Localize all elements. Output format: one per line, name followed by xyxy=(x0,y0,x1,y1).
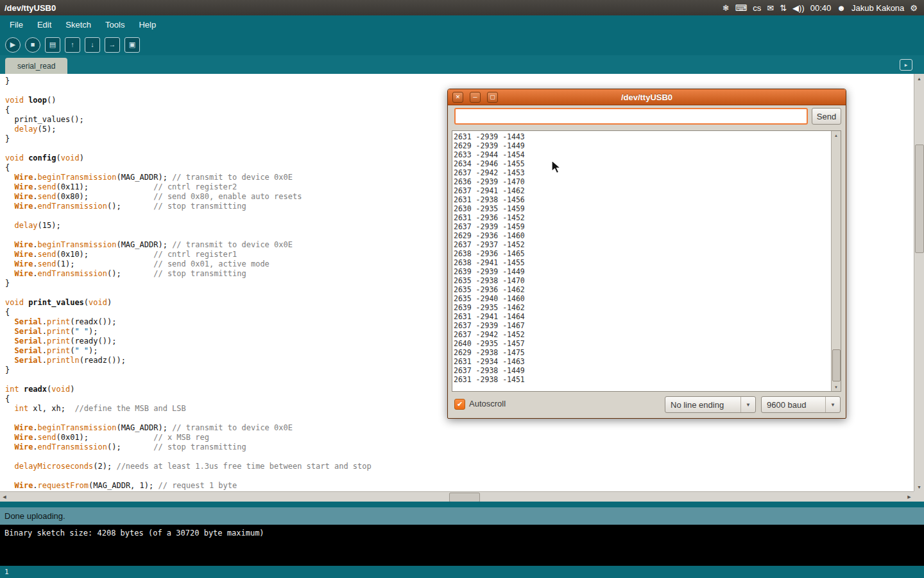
serial-line: 2637 -2937 -1452 xyxy=(454,240,830,249)
verify-button[interactable]: ▶ xyxy=(5,37,21,53)
serial-line: 2637 -2938 -1449 xyxy=(454,366,830,375)
code-line: Wire.endTransmission(); // stop transmit… xyxy=(5,442,914,452)
stop-button[interactable]: ■ xyxy=(25,37,40,53)
upload-button[interactable]: → xyxy=(105,37,120,53)
serial-line: 2631 -2938 -1456 xyxy=(454,195,830,204)
close-icon: ✕ xyxy=(456,94,461,100)
user-icon[interactable]: ☻ xyxy=(837,4,846,12)
serial-window-title: /dev/ttyUSB0 xyxy=(448,92,846,102)
console-text: Binary sketch size: 4208 bytes (of a 307… xyxy=(4,529,264,538)
code-line: Wire.requestFrom(MAG_ADDR, 1); // reques… xyxy=(5,481,914,491)
minimize-button[interactable]: ─ xyxy=(470,92,481,103)
snowflake-indicator-icon[interactable]: ❄ xyxy=(723,4,730,12)
keyboard-layout-label[interactable]: cs xyxy=(753,3,761,13)
menu-tools[interactable]: Tools xyxy=(98,15,132,34)
stop-icon: ■ xyxy=(31,41,35,48)
close-button[interactable]: ✕ xyxy=(452,92,463,103)
line-ending-select[interactable]: No line ending ▼ xyxy=(665,396,756,413)
baud-rate-value: 9600 baud xyxy=(762,397,825,412)
save-down-arrow-icon: ↓ xyxy=(90,41,94,48)
panel-window-title: /dev/ttyUSB0 xyxy=(4,3,56,13)
serial-line: 2631 -2939 -1443 xyxy=(454,132,830,141)
keyboard-layout-icon[interactable]: ⌨ xyxy=(735,4,747,12)
new-sketch-button[interactable]: ▤ xyxy=(45,37,60,53)
serial-output-area[interactable]: 2631 -2939 -14432629 -2939 -14492633 -29… xyxy=(452,130,841,392)
autoscroll-checkbox[interactable]: ✔ xyxy=(454,399,465,410)
serial-line: 2639 -2935 -1462 xyxy=(454,303,830,312)
serial-line: 2638 -2941 -1455 xyxy=(454,258,830,267)
minimize-icon: ─ xyxy=(473,94,477,100)
serial-line: 2635 -2940 -1460 xyxy=(454,294,830,303)
code-line: Wire.beginTransmission(MAG_ADDR); // tra… xyxy=(5,423,914,433)
horizontal-scroll-thumb[interactable] xyxy=(449,493,480,502)
tab-menu-button[interactable]: ▸ xyxy=(900,59,912,71)
vertical-scroll-thumb[interactable] xyxy=(915,144,924,253)
code-line xyxy=(5,452,914,462)
serial-monitor-icon: ▣ xyxy=(129,41,135,48)
scroll-down-arrow-icon[interactable]: ▼ xyxy=(914,482,924,491)
new-file-icon: ▤ xyxy=(49,41,56,48)
panel-indicators: ❄⌨cs✉⇅◀))00:40☻Jakub Kakona⚙ xyxy=(723,3,924,13)
line-number: 1 xyxy=(4,568,9,576)
scroll-left-arrow-icon[interactable]: ◀ xyxy=(0,492,9,502)
code-line: Wire.send(0x01); // x MSB reg xyxy=(5,433,914,442)
session-gear-icon[interactable]: ⚙ xyxy=(910,4,918,12)
serial-line: 2631 -2936 -1452 xyxy=(454,213,830,222)
maximize-button[interactable]: ▢ xyxy=(487,92,498,103)
scroll-right-arrow-icon[interactable]: ▶ xyxy=(905,492,914,502)
volume-indicator-icon[interactable]: ◀)) xyxy=(792,4,805,12)
network-indicator-icon[interactable]: ⇅ xyxy=(780,4,787,12)
mail-indicator-icon[interactable]: ✉ xyxy=(767,4,774,12)
maximize-icon: ▢ xyxy=(490,94,495,100)
serial-monitor-titlebar[interactable]: ✕ ─ ▢ /dev/ttyUSB0 xyxy=(448,89,846,105)
menu-help[interactable]: Help xyxy=(132,15,163,34)
serial-line: 2639 -2939 -1449 xyxy=(454,267,830,276)
serial-line: 2637 -2939 -1459 xyxy=(454,222,830,231)
system-panel: /dev/ttyUSB0 ❄⌨cs✉⇅◀))00:40☻Jakub Kakona… xyxy=(0,0,924,15)
editor-horizontal-scrollbar[interactable]: ◀ ▶ xyxy=(0,491,914,502)
serial-line: 2631 -2934 -1463 xyxy=(454,357,830,366)
username-label[interactable]: Jakub Kakona xyxy=(851,3,904,13)
menu-edit[interactable]: Edit xyxy=(30,15,58,34)
tab-serial-read[interactable]: serial_read xyxy=(5,58,67,74)
line-number-bar: 1 xyxy=(0,566,924,578)
status-text: Done uploading. xyxy=(4,511,65,521)
serial-monitor-button[interactable]: ▣ xyxy=(124,37,140,53)
toolbar: ▶■▤↑↓→▣ xyxy=(0,34,924,55)
menu-sketch[interactable]: Sketch xyxy=(58,15,98,34)
tab-menu-icon: ▸ xyxy=(905,62,908,68)
dropdown-arrow-icon[interactable]: ▼ xyxy=(740,397,755,412)
upload-arrow-icon: → xyxy=(109,41,116,48)
serial-scroll-down-icon[interactable]: ▼ xyxy=(832,383,841,391)
serial-scroll-up-icon[interactable]: ▲ xyxy=(832,131,841,139)
desktop: /dev/ttyUSB0 ❄⌨cs✉⇅◀))00:40☻Jakub Kakona… xyxy=(0,0,924,578)
serial-line: 2637 -2941 -1462 xyxy=(454,186,830,195)
serial-scroll-thumb[interactable] xyxy=(832,349,841,381)
dropdown-arrow-icon[interactable]: ▼ xyxy=(825,397,840,412)
menu-file[interactable]: File xyxy=(3,15,30,34)
serial-line: 2630 -2935 -1459 xyxy=(454,204,830,213)
clock-label[interactable]: 00:40 xyxy=(810,3,832,13)
serial-scrollbar[interactable]: ▲ ▼ xyxy=(831,131,841,391)
line-ending-value: No line ending xyxy=(665,397,740,412)
editor-vertical-scrollbar[interactable]: ▲ ▼ xyxy=(914,74,924,491)
play-icon: ▶ xyxy=(10,41,15,48)
serial-send-input[interactable] xyxy=(454,108,808,125)
console-output: Binary sketch size: 4208 bytes (of a 307… xyxy=(0,525,924,566)
autoscroll-label: Autoscroll xyxy=(469,399,506,408)
serial-line: 2637 -2942 -1452 xyxy=(454,330,830,339)
status-divider xyxy=(0,502,924,507)
serial-monitor-body: Send 2631 -2939 -14432629 -2939 -1449263… xyxy=(448,105,846,418)
serial-line: 2629 -2936 -1460 xyxy=(454,231,830,240)
baud-rate-select[interactable]: 9600 baud ▼ xyxy=(761,396,841,413)
scrollbar-corner xyxy=(914,491,924,502)
status-bar: Done uploading. xyxy=(0,507,924,525)
serial-line: 2635 -2938 -1470 xyxy=(454,276,830,285)
open-sketch-button[interactable]: ↑ xyxy=(65,37,80,53)
serial-line: 2629 -2939 -1449 xyxy=(454,141,830,150)
scroll-up-arrow-icon[interactable]: ▲ xyxy=(914,74,924,83)
check-icon: ✔ xyxy=(457,400,463,408)
serial-line: 2637 -2942 -1453 xyxy=(454,168,830,177)
send-button[interactable]: Send xyxy=(812,108,841,125)
save-sketch-button[interactable]: ↓ xyxy=(85,37,100,53)
